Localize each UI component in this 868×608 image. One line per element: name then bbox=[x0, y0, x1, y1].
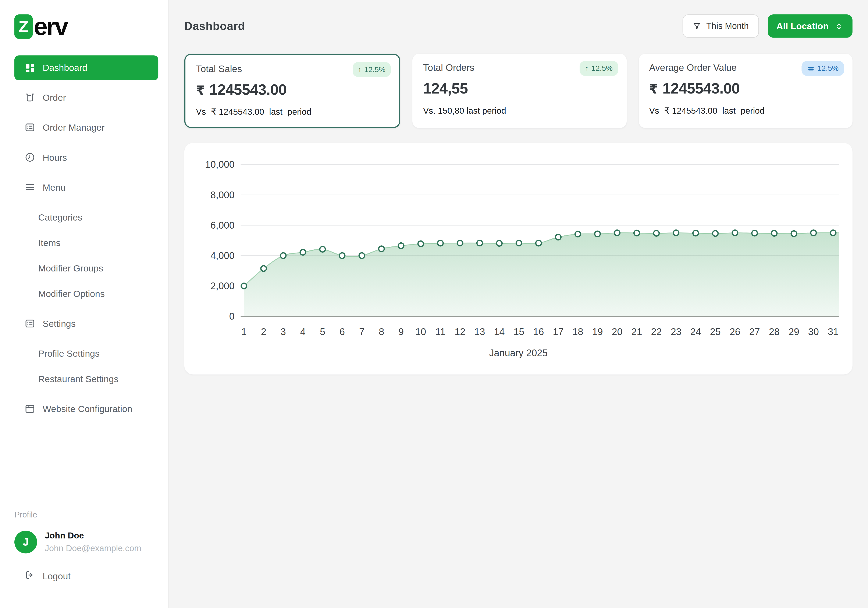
x-axis-tick-label: 14 bbox=[494, 327, 505, 337]
chart-point[interactable] bbox=[634, 230, 640, 236]
stat-amount: 1245543.00 bbox=[209, 81, 287, 99]
chart-point[interactable] bbox=[438, 240, 443, 246]
x-axis-tick-label: 2 bbox=[261, 327, 266, 337]
sidebar-item-categories[interactable]: Categories bbox=[14, 204, 158, 230]
y-axis-tick-label: 2,000 bbox=[211, 281, 235, 291]
x-axis-tick-label: 27 bbox=[749, 327, 760, 337]
stat-value: ₹1245543.00 bbox=[196, 81, 389, 99]
chart-point[interactable] bbox=[614, 230, 620, 236]
profile-name: John Doe bbox=[45, 530, 141, 541]
logout-button[interactable]: Logout bbox=[14, 569, 158, 583]
location-select-button[interactable]: All Location bbox=[767, 14, 852, 38]
sidebar-item-label: Website Configuration bbox=[43, 404, 132, 414]
stat-compare-part: ₹ 1245543.00 bbox=[211, 107, 264, 117]
brand-logo[interactable]: Z erv bbox=[14, 12, 158, 41]
chart-point[interactable] bbox=[496, 241, 502, 246]
x-axis-tick-label: 9 bbox=[398, 327, 404, 337]
y-axis-tick-label: 4,000 bbox=[211, 250, 235, 261]
sidebar-item-order[interactable]: Order bbox=[14, 85, 158, 110]
sidebar-item-menu[interactable]: Menu bbox=[14, 174, 158, 200]
sidebar-item-settings[interactable]: Settings bbox=[14, 311, 158, 336]
profile-row[interactable]: J John Doe John Doe@example.com bbox=[14, 530, 158, 553]
main-content: Dashboard This Month All Location Total … bbox=[169, 0, 868, 608]
stat-card-total-sales[interactable]: Total Sales↑12.5%₹1245543.00Vs₹ 1245543.… bbox=[184, 54, 400, 128]
chart-point[interactable] bbox=[575, 232, 581, 237]
stat-badge-value: 12.5% bbox=[364, 65, 386, 73]
sidebar-item-restaurant-settings[interactable]: Restaurant Settings bbox=[14, 366, 158, 392]
sidebar-item-modifier-groups[interactable]: Modifier Groups bbox=[14, 255, 158, 281]
chart-point[interactable] bbox=[359, 253, 364, 258]
stat-card-average-order-value[interactable]: Average Order Value12.5%₹1245543.00Vs₹ 1… bbox=[639, 54, 852, 128]
chart-point[interactable] bbox=[300, 250, 305, 255]
chart-point[interactable] bbox=[831, 230, 836, 236]
chart-point[interactable] bbox=[555, 234, 561, 240]
time-filter-button[interactable]: This Month bbox=[683, 14, 759, 38]
chart-point[interactable] bbox=[791, 231, 797, 236]
sidebar-item-order-manager[interactable]: Order Manager bbox=[14, 115, 158, 140]
x-axis-tick-label: 24 bbox=[690, 327, 701, 337]
stat-amount: 1245543.00 bbox=[662, 80, 740, 98]
chart-point[interactable] bbox=[536, 240, 541, 246]
header-actions: This Month All Location bbox=[683, 14, 852, 38]
chart-point[interactable] bbox=[732, 230, 738, 236]
chart-point[interactable] bbox=[320, 246, 325, 252]
chart-point[interactable] bbox=[713, 231, 718, 236]
settings-icon bbox=[24, 318, 36, 329]
x-axis-tick-label: 7 bbox=[359, 327, 364, 337]
x-axis-tick-label: 3 bbox=[281, 327, 286, 337]
stat-compare-part: Vs bbox=[196, 107, 206, 117]
chart-point[interactable] bbox=[281, 253, 286, 258]
stat-compare: Vs₹ 1245543.00lastperiod bbox=[649, 106, 842, 116]
chart-point[interactable] bbox=[693, 230, 699, 236]
sales-chart-card: 02,0004,0006,0008,00010,0001234567891011… bbox=[184, 143, 852, 375]
x-axis-tick-label: 10 bbox=[415, 327, 426, 337]
avatar: J bbox=[14, 530, 37, 553]
sidebar-item-label: Hours bbox=[43, 152, 67, 163]
stat-compare-part: Vs bbox=[649, 106, 659, 116]
x-axis-tick-label: 17 bbox=[553, 327, 564, 337]
stat-card-total-orders[interactable]: Total Orders↑12.5%124,55Vs. 150,80 last … bbox=[412, 54, 626, 128]
x-axis-tick-label: 29 bbox=[789, 327, 799, 337]
sidebar-item-modifier-options[interactable]: Modifier Options bbox=[14, 281, 158, 306]
chart-point[interactable] bbox=[516, 240, 522, 246]
sidebar-item-label: Order Manager bbox=[43, 122, 104, 133]
chart-point[interactable] bbox=[673, 230, 679, 236]
stat-compare: Vs. 150,80 last period bbox=[423, 106, 616, 116]
sidebar-item-website-configuration[interactable]: Website Configuration bbox=[14, 396, 158, 421]
chart-point[interactable] bbox=[772, 230, 777, 236]
profile-section-label: Profile bbox=[14, 510, 158, 519]
stat-badge-value: 12.5% bbox=[817, 64, 839, 73]
order-manager-icon bbox=[24, 122, 36, 133]
sidebar-item-label: Items bbox=[38, 237, 60, 248]
profile-email: John Doe@example.com bbox=[45, 544, 141, 554]
location-select-label: All Location bbox=[777, 21, 829, 31]
chart-point[interactable] bbox=[418, 241, 423, 246]
sales-area-chart: 02,0004,0006,0008,00010,0001234567891011… bbox=[184, 143, 852, 375]
sidebar-item-dashboard[interactable]: Dashboard bbox=[14, 55, 158, 80]
chart-point[interactable] bbox=[752, 230, 757, 236]
chart-point[interactable] bbox=[261, 266, 267, 271]
x-axis-tick-label: 11 bbox=[435, 327, 445, 337]
sidebar-item-hours[interactable]: Hours bbox=[14, 145, 158, 170]
currency-symbol: ₹ bbox=[196, 83, 205, 98]
time-filter-label: This Month bbox=[706, 21, 749, 31]
chart-point[interactable] bbox=[398, 243, 404, 249]
sidebar-item-items[interactable]: Items bbox=[14, 230, 158, 255]
stat-badge: 12.5% bbox=[801, 61, 844, 76]
chart-point[interactable] bbox=[457, 240, 463, 246]
x-axis-tick-label: 31 bbox=[828, 327, 839, 337]
sidebar-item-label: Dashboard bbox=[43, 62, 87, 73]
x-axis-tick-label: 28 bbox=[769, 327, 780, 337]
chart-point[interactable] bbox=[339, 253, 345, 258]
chart-point[interactable] bbox=[477, 240, 482, 246]
chart-point[interactable] bbox=[379, 246, 384, 252]
sidebar-item-label: Settings bbox=[43, 318, 76, 329]
stat-compare-part: period bbox=[287, 107, 311, 117]
chart-point[interactable] bbox=[241, 283, 246, 289]
stat-compare-part: ₹ 1245543.00 bbox=[664, 106, 717, 116]
chart-point[interactable] bbox=[811, 230, 816, 236]
chart-point[interactable] bbox=[654, 230, 659, 236]
x-axis-tick-label: 23 bbox=[671, 327, 682, 337]
chart-point[interactable] bbox=[595, 231, 600, 237]
sidebar-item-profile-settings[interactable]: Profile Settings bbox=[14, 341, 158, 366]
